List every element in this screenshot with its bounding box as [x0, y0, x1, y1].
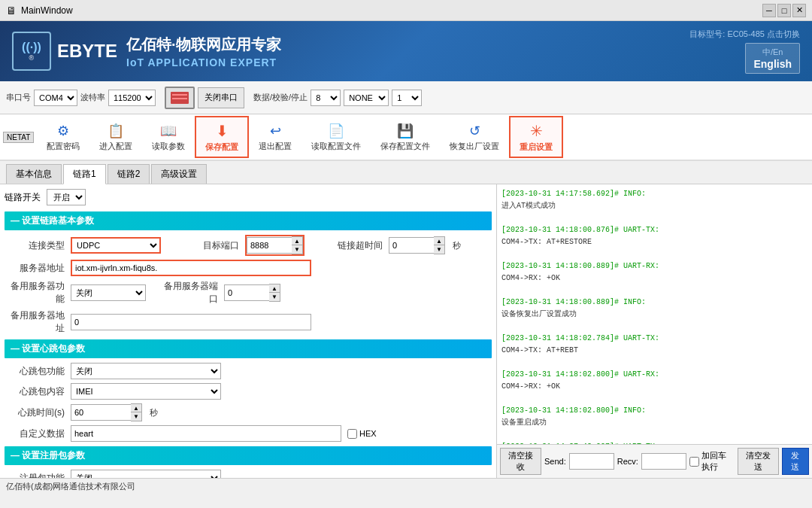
enter-config-label: 进入配置	[99, 141, 132, 152]
custom-data-input[interactable]	[71, 425, 341, 442]
recv-input[interactable]	[641, 453, 686, 470]
port-status-icon[interactable]	[165, 87, 195, 109]
heartbeat-content-select[interactable]: IMEI 自定义	[71, 383, 221, 400]
heartbeat-func-select[interactable]: 关闭 开启	[71, 363, 221, 379]
add-cr-checkbox[interactable]	[689, 457, 699, 467]
enter-config-button[interactable]: 📋 进入配置	[89, 116, 142, 158]
netat-badge: NETAT	[3, 132, 34, 143]
read-file-label: 读取配置文件	[311, 141, 361, 152]
company-name: 亿佰特·物联网应用专家	[126, 35, 281, 55]
save-config-icon: ⬇	[216, 122, 229, 140]
backup-port-input[interactable]	[224, 284, 269, 301]
save-file-icon: 💾	[397, 123, 414, 139]
logo-area: ((·)) ® EBYTE	[12, 32, 117, 71]
timeout-down[interactable]: ▼	[434, 245, 444, 254]
target-port-spinbox: ▲ ▼	[245, 235, 304, 256]
target-port-up[interactable]: ▲	[292, 237, 302, 245]
config-pwd-button[interactable]: ⚙ 配置密码	[37, 116, 89, 158]
chain-toggle-row: 链路开关 开启 关闭	[5, 189, 492, 205]
clear-send-button[interactable]: 清空发送	[738, 448, 779, 475]
reg-func-select[interactable]: 关闭 开启	[71, 470, 221, 478]
heartbeat-content-label: 心跳包内容	[5, 385, 65, 398]
backup-address-row: 备用服务器地址	[5, 309, 492, 335]
restore-default-icon: ↺	[469, 123, 480, 139]
chain-toggle-select[interactable]: 开启 关闭	[47, 189, 86, 205]
target-model[interactable]: 目标型号: EC05-485 点击切换	[689, 29, 800, 40]
tab-basic[interactable]: 基本信息	[6, 164, 62, 184]
tab-link1[interactable]: 链路1	[63, 164, 106, 184]
target-port-input[interactable]	[247, 237, 292, 254]
custom-data-hex-label: HEX	[359, 429, 377, 438]
close-button[interactable]: ✕	[792, 4, 806, 17]
logo-icon: ((·)) ®	[12, 32, 51, 71]
target-port-down[interactable]: ▼	[292, 245, 302, 254]
backup-server-func-select[interactable]: 关闭 开启	[71, 284, 146, 301]
baud-label: 波特率	[80, 92, 105, 103]
right-panel: [2023-10-31 14:17:58.692]# INFO: 进入AT模式成…	[496, 184, 812, 478]
reg-func-label: 注册包功能	[5, 472, 65, 479]
data-bits-select[interactable]: 8	[311, 90, 341, 106]
log-entry-4: [2023-10-31 14:18:00.889]# UART-RX:	[501, 261, 807, 272]
send-button[interactable]: 发送	[782, 448, 809, 475]
action-toolbar: NETAT ⚙ 配置密码 📋 进入配置 📖 读取参数 ⬇ 保存配置 ↩ 退出配置…	[0, 114, 812, 161]
backup-address-input[interactable]	[71, 314, 311, 330]
read-params-button[interactable]: 📖 读取参数	[142, 116, 195, 158]
log-spacer-7	[501, 430, 807, 440]
backup-port-up[interactable]: ▲	[269, 284, 280, 293]
log-spacer-4	[501, 321, 807, 332]
app-icon: 🖥	[6, 5, 17, 17]
backup-port-spinbox: ▲ ▼	[224, 284, 280, 302]
log-entry-1: 进入AT模式成功	[501, 201, 807, 211]
log-bottom: 清空接收 Send: Recv: 加回车执行 清空发送 发送	[497, 444, 812, 478]
heartbeat-interval-input[interactable]	[71, 404, 131, 421]
save-config-button[interactable]: ⬇ 保存配置	[195, 116, 249, 158]
connection-type-select[interactable]: UDPC TCP客户端 TCP服务端	[71, 237, 161, 254]
close-port-button[interactable]: 关闭串口	[198, 87, 244, 108]
read-params-label: 读取参数	[152, 141, 185, 152]
read-params-icon: 📖	[160, 123, 177, 139]
backup-address-label: 备用服务器地址	[5, 309, 65, 335]
save-file-button[interactable]: 💾 保存配置文件	[371, 116, 440, 158]
left-panel: 链路开关 开启 关闭 — 设置链路基本参数 连接类型 UDPC TCP客户端 T…	[0, 184, 496, 478]
backup-port-down[interactable]: ▼	[269, 293, 280, 301]
server-address-input[interactable]	[71, 260, 311, 276]
restart-button[interactable]: ✳ 重启设置	[509, 116, 563, 158]
stop-bits-select[interactable]: 1	[392, 90, 422, 106]
connection-type-label: 连接类型	[5, 239, 65, 252]
heartbeat-header: — 设置心跳包参数	[5, 339, 492, 358]
log-spacer-6	[501, 394, 807, 404]
chain-toggle-label: 链路开关	[5, 191, 41, 204]
heartbeat-interval-up[interactable]: ▲	[131, 404, 141, 412]
exit-config-button[interactable]: ↩ 退出配置	[249, 116, 301, 158]
timeout-spinbtns: ▲ ▼	[434, 236, 445, 254]
connection-type-row: 连接类型 UDPC TCP客户端 TCP服务端 目标端口 ▲ ▼ 链接超时间 ▲	[5, 235, 492, 256]
tab-link2[interactable]: 链路2	[108, 164, 150, 184]
timeout-up[interactable]: ▲	[434, 237, 444, 245]
log-area: [2023-10-31 14:17:58.692]# INFO: 进入AT模式成…	[497, 184, 812, 444]
restore-default-button[interactable]: ↺ 恢复出厂设置	[440, 116, 509, 158]
minimize-button[interactable]: ─	[762, 4, 776, 17]
port-select[interactable]: COM4 COM1 COM2 COM3	[34, 90, 77, 106]
log-entry-9: COM4->TX: AT+REBT	[501, 345, 807, 356]
port-label: 串口号	[6, 92, 31, 103]
log-entry-12: [2023-10-31 14:18:02.800]# INFO:	[501, 406, 807, 416]
heartbeat-interval-spinbtns: ▲ ▼	[131, 403, 142, 421]
maximize-button[interactable]: □	[777, 4, 791, 17]
close-port-area: 关闭串口	[165, 87, 244, 109]
custom-data-hex-checkbox[interactable]	[347, 429, 357, 439]
timeout-input[interactable]	[389, 237, 434, 254]
parity-select[interactable]: NONE	[344, 90, 389, 106]
heartbeat-func-row: 心跳包功能 关闭 开启	[5, 363, 492, 379]
target-port-label: 目标端口	[179, 239, 239, 252]
heartbeat-interval-down[interactable]: ▼	[131, 412, 141, 421]
heartbeat-func-label: 心跳包功能	[5, 365, 65, 378]
config-pwd-label: 配置密码	[47, 141, 80, 152]
send-input[interactable]	[569, 453, 614, 470]
baud-select[interactable]: 115200 9600 19200 38400 57600	[108, 90, 156, 106]
log-entry-13: 设备重启成功	[501, 418, 807, 428]
clear-recv-button[interactable]: 清空接收	[500, 448, 541, 475]
custom-data-row: 自定义数据 HEX	[5, 425, 492, 442]
read-file-button[interactable]: 📄 读取配置文件	[301, 116, 371, 158]
tab-advanced[interactable]: 高级设置	[151, 164, 207, 184]
language-button[interactable]: 中/En English	[745, 43, 800, 74]
